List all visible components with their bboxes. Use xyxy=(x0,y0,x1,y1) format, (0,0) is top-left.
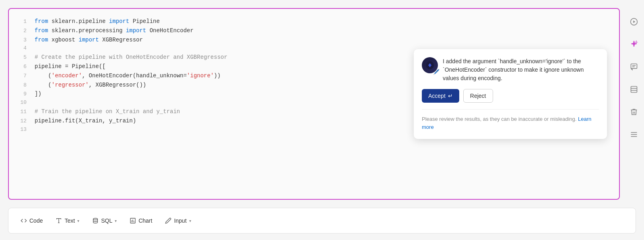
input-tab-button[interactable]: Input ▾ xyxy=(159,214,196,227)
code-content[interactable]: ]) xyxy=(35,89,41,98)
table-row: 1from sklearn.pipeline import Pipeline xyxy=(9,17,619,26)
sql-icon xyxy=(92,217,99,224)
line-number: 7 xyxy=(17,72,27,81)
ai-actions: Accept ↵ Reject xyxy=(422,89,599,103)
bottom-toolbar: Code Text ▾ SQL ▾ Chart Input ▾ xyxy=(8,208,636,234)
code-icon xyxy=(21,217,27,224)
line-number: 3 xyxy=(17,36,27,45)
right-sidebar xyxy=(624,8,644,200)
line-number: 1 xyxy=(17,18,27,26)
chart-tab-button[interactable]: Chart xyxy=(124,214,158,227)
sql-tab-label: SQL xyxy=(101,217,112,224)
code-content[interactable]: pipeline.fit(X_train, y_train) xyxy=(35,116,136,125)
input-dropdown-icon: ▾ xyxy=(189,219,191,223)
chart-icon xyxy=(130,217,136,224)
play-icon[interactable] xyxy=(627,14,641,29)
menu-icon[interactable] xyxy=(627,127,641,142)
code-content[interactable]: ('encoder', OneHotEncoder(handle_unknown… xyxy=(35,71,221,80)
line-number: 5 xyxy=(17,54,27,62)
sparkle-icon[interactable] xyxy=(627,37,641,52)
reject-button[interactable]: Reject xyxy=(463,89,493,103)
table-row: 2from sklearn.preprocessing import OneHo… xyxy=(9,26,619,35)
chart-tab-label: Chart xyxy=(138,217,152,224)
line-number: 8 xyxy=(17,81,27,90)
code-content[interactable]: from xgboost import XGBRegressor xyxy=(35,35,143,44)
main-area: 1from sklearn.pipeline import Pipeline2f… xyxy=(0,0,644,208)
code-content[interactable]: # Train the pipeline on X_train and y_tr… xyxy=(35,107,180,116)
code-tab-button[interactable]: Code xyxy=(15,214,48,227)
code-content[interactable]: # Create the pipeline with OneHotEncoder… xyxy=(35,53,227,62)
svg-rect-6 xyxy=(631,87,637,93)
code-content[interactable]: from sklearn.pipeline import Pipeline xyxy=(35,17,160,26)
trash-icon[interactable] xyxy=(627,105,641,119)
table-row: 3from xgboost import XGBRegressor xyxy=(9,35,619,45)
ai-message-text: I added the argument `handle_unknown='ig… xyxy=(443,57,599,83)
accept-button[interactable]: Accept ↵ xyxy=(422,89,459,103)
text-tab-label: Text xyxy=(64,217,75,224)
text-dropdown-icon: ▾ xyxy=(77,219,79,223)
comment-icon[interactable] xyxy=(627,60,641,74)
code-content[interactable]: pipeline = Pipeline([ xyxy=(35,62,105,71)
svg-rect-3 xyxy=(631,64,637,69)
text-tab-button[interactable]: Text ▾ xyxy=(50,214,85,227)
disclaimer-text: Please review the results, as they can b… xyxy=(422,116,576,122)
line-number: 2 xyxy=(17,27,27,35)
sql-dropdown-icon: ▾ xyxy=(115,219,117,223)
line-number: 9 xyxy=(17,90,27,99)
line-number: 6 xyxy=(17,63,27,71)
svg-marker-2 xyxy=(633,21,635,23)
sparkle-badge-icon: 🖊️ xyxy=(433,69,440,75)
input-tab-label: Input xyxy=(174,217,186,224)
ai-popup-header: 🖊️ I added the argument `handle_unknown=… xyxy=(422,57,599,83)
line-number: 10 xyxy=(17,99,27,107)
ai-disclaimer: Please review the results, as they can b… xyxy=(422,109,599,131)
avatar: 🖊️ xyxy=(422,57,438,73)
accept-shortcut: ↵ xyxy=(448,93,453,99)
ai-suggestion-popup: 🖊️ I added the argument `handle_unknown=… xyxy=(414,49,607,139)
database-icon[interactable] xyxy=(627,82,641,97)
line-number: 11 xyxy=(17,108,27,116)
line-number: 13 xyxy=(17,126,27,134)
line-number: 4 xyxy=(17,44,27,53)
text-icon xyxy=(56,217,62,224)
reject-label: Reject xyxy=(470,93,486,99)
code-content[interactable]: ('regressor', XGBRegressor()) xyxy=(35,81,146,89)
svg-point-12 xyxy=(93,218,98,220)
code-editor: 1from sklearn.pipeline import Pipeline2f… xyxy=(8,8,620,200)
pencil-icon xyxy=(165,217,171,224)
code-content[interactable]: from sklearn.preprocessing import OneHot… xyxy=(35,26,194,35)
code-tab-label: Code xyxy=(29,217,43,224)
accept-label: Accept xyxy=(428,93,446,99)
sql-tab-button[interactable]: SQL ▾ xyxy=(87,214,122,227)
line-number: 12 xyxy=(17,117,27,126)
